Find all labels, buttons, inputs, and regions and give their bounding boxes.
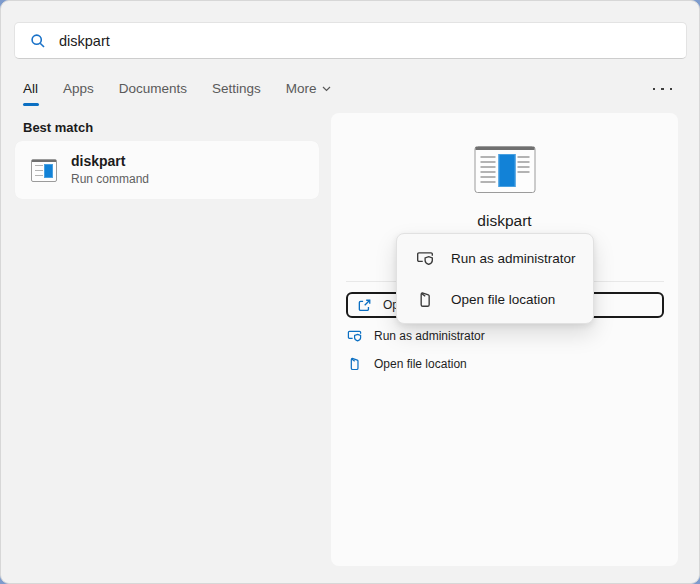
context-menu: Run as administrator Open file location [396,233,594,324]
tab-settings[interactable]: Settings [212,81,261,106]
best-match-heading: Best match [23,120,93,135]
tab-settings-label: Settings [212,81,261,96]
action-run-as-administrator-label: Run as administrator [374,329,485,343]
tab-all-label: All [23,81,38,96]
tab-more-label: More [286,81,317,96]
window-shield-icon [347,328,362,343]
tab-documents-label: Documents [119,81,187,96]
context-menu-item-label: Open file location [451,292,555,307]
result-title: diskpart [71,153,149,170]
search-bar[interactable] [14,22,687,59]
file-location-icon [416,290,434,308]
preview-panel: diskpart Open Run as administrator [331,113,678,566]
tab-documents[interactable]: Documents [119,81,187,106]
result-subtitle: Run command [71,172,149,187]
search-window: All Apps Documents Settings More Best ma… [0,0,700,584]
run-command-window-icon [31,159,57,182]
file-location-icon [347,356,362,371]
tab-apps-label: Apps [63,81,94,96]
action-open-file-location[interactable]: Open file location [347,356,467,371]
result-text: diskpart Run command [71,153,149,187]
run-command-window-icon-large [474,146,535,193]
action-run-as-administrator[interactable]: Run as administrator [347,328,485,343]
open-external-icon [357,298,372,313]
chevron-down-icon [322,86,331,92]
tab-apps[interactable]: Apps [63,81,94,106]
context-menu-run-as-administrator[interactable]: Run as administrator [402,239,588,277]
context-menu-open-file-location[interactable]: Open file location [402,280,588,318]
action-open-file-location-label: Open file location [374,357,467,371]
more-options-icon[interactable] [653,85,673,93]
best-match-result[interactable]: diskpart Run command [15,141,319,199]
search-icon [30,33,46,49]
preview-title: diskpart [331,212,678,230]
tab-more[interactable]: More [286,81,331,106]
context-menu-item-label: Run as administrator [451,251,576,266]
search-filter-tabs: All Apps Documents Settings More [23,81,331,106]
window-shield-icon [416,249,434,267]
search-input[interactable] [57,32,621,50]
tab-all[interactable]: All [23,81,38,106]
